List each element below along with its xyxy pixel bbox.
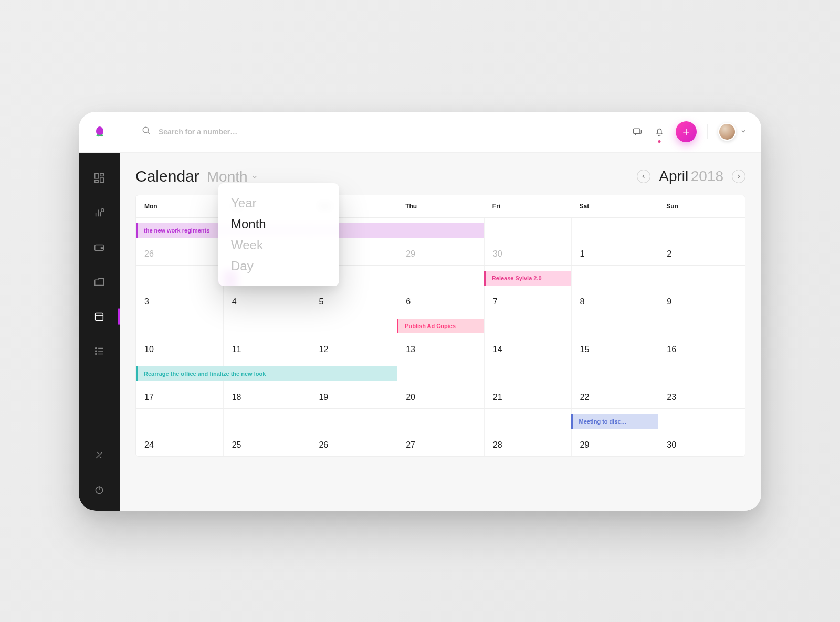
calendar-day-cell[interactable]: 11 bbox=[223, 313, 310, 361]
day-number: 30 bbox=[493, 249, 502, 259]
sidebar-item-power[interactable] bbox=[79, 474, 120, 505]
calendar-day-cell[interactable]: 21 bbox=[484, 361, 571, 408]
calendar-day-cell[interactable]: 12 bbox=[310, 313, 397, 361]
day-number: 19 bbox=[319, 393, 328, 402]
calendar-day-cell[interactable]: 6 bbox=[397, 266, 484, 313]
day-number: 29 bbox=[406, 249, 415, 259]
day-number: 7 bbox=[493, 297, 498, 307]
view-option[interactable]: Week bbox=[218, 235, 339, 256]
plus-icon: ＋ bbox=[680, 124, 692, 140]
calendar-day-cell[interactable]: 30 bbox=[658, 409, 745, 456]
messages-icon[interactable] bbox=[632, 126, 643, 138]
sidebar-item-analytics[interactable] bbox=[79, 197, 120, 228]
chevron-down-icon bbox=[251, 173, 258, 181]
view-option[interactable]: Month bbox=[218, 214, 339, 235]
day-number: 27 bbox=[406, 440, 415, 450]
day-number: 20 bbox=[406, 393, 415, 402]
weekday-label: Thu bbox=[397, 195, 484, 217]
weekday-label: Mon bbox=[136, 195, 223, 217]
calendar-day-cell[interactable]: 24 bbox=[136, 409, 223, 456]
next-month-button[interactable] bbox=[732, 170, 746, 183]
day-number: 6 bbox=[406, 297, 411, 307]
sidebar-item-files[interactable] bbox=[79, 266, 120, 298]
day-number: 15 bbox=[580, 345, 590, 354]
day-number: 21 bbox=[493, 393, 502, 402]
calendar-event[interactable]: Meeting to disc… bbox=[571, 414, 658, 429]
calendar-day-cell[interactable]: 1 bbox=[571, 218, 658, 265]
search-icon bbox=[142, 126, 151, 138]
separator bbox=[707, 124, 708, 139]
day-number: 11 bbox=[232, 345, 242, 354]
calendar-week: 10111213141516Publish Ad Copies bbox=[136, 313, 745, 361]
svg-rect-3 bbox=[634, 129, 640, 133]
day-number: 26 bbox=[144, 249, 154, 259]
avatar bbox=[718, 123, 736, 141]
calendar-day-cell[interactable]: 23 bbox=[658, 361, 745, 408]
view-option[interactable]: Day bbox=[218, 256, 339, 277]
search-input[interactable] bbox=[159, 128, 472, 136]
day-number: 4 bbox=[232, 297, 237, 307]
calendar-day-cell[interactable]: 16 bbox=[658, 313, 745, 361]
calendar-day-cell[interactable]: 22 bbox=[571, 361, 658, 408]
calendar-day-cell[interactable]: 20 bbox=[397, 361, 484, 408]
svg-rect-13 bbox=[96, 313, 103, 320]
day-number: 10 bbox=[144, 345, 154, 354]
calendar-day-cell[interactable]: 25 bbox=[223, 409, 310, 456]
day-number: 14 bbox=[493, 345, 502, 354]
month-year-label: April 2018 bbox=[659, 168, 723, 185]
day-number: 13 bbox=[406, 345, 415, 354]
calendar-event[interactable]: Release Sylvia 2.0 bbox=[484, 271, 571, 286]
sidebar-item-tasks[interactable] bbox=[79, 335, 120, 367]
svg-rect-4 bbox=[95, 173, 98, 178]
day-number: 26 bbox=[319, 440, 328, 450]
sidebar-item-settings[interactable] bbox=[79, 439, 120, 471]
day-number: 18 bbox=[232, 393, 242, 402]
notifications-icon[interactable] bbox=[654, 126, 665, 138]
add-button[interactable]: ＋ bbox=[676, 121, 697, 142]
view-dropdown[interactable]: YearMonthWeekDay bbox=[218, 183, 339, 286]
prev-month-button[interactable] bbox=[637, 170, 650, 183]
day-number: 30 bbox=[667, 440, 676, 450]
calendar-day-cell[interactable]: 8 bbox=[571, 266, 658, 313]
calendar-event[interactable]: Rearrage the office and finalize the new… bbox=[136, 366, 397, 381]
day-number: 17 bbox=[144, 393, 154, 402]
sidebar-item-wallet[interactable] bbox=[79, 231, 120, 263]
svg-point-1 bbox=[143, 127, 149, 133]
chevron-right-icon bbox=[736, 174, 741, 179]
calendar-day-cell[interactable]: 14 bbox=[484, 313, 571, 361]
calendar-day-cell[interactable]: 27 bbox=[397, 409, 484, 456]
weekday-label: Fri bbox=[484, 195, 571, 217]
view-selector-label: Month bbox=[207, 168, 248, 185]
search-field[interactable] bbox=[142, 121, 472, 143]
calendar-day-cell[interactable]: 3 bbox=[136, 266, 223, 313]
day-number: 2 bbox=[667, 249, 671, 259]
day-number: 3 bbox=[144, 297, 149, 307]
day-number: 29 bbox=[580, 440, 590, 450]
calendar-day-cell[interactable]: 9 bbox=[658, 266, 745, 313]
view-selector[interactable]: Month bbox=[207, 168, 258, 185]
calendar-day-cell[interactable]: 26 bbox=[310, 409, 397, 456]
svg-point-15 bbox=[96, 347, 97, 349]
weekday-label: Sun bbox=[658, 195, 745, 217]
calendar-event[interactable]: Publish Ad Copies bbox=[397, 319, 484, 333]
year-label: 2018 bbox=[691, 168, 723, 184]
view-option[interactable]: Year bbox=[218, 193, 339, 214]
sidebar-item-calendar[interactable] bbox=[79, 301, 120, 332]
month-label: April bbox=[659, 168, 688, 184]
calendar-day-cell[interactable]: 15 bbox=[571, 313, 658, 361]
svg-rect-12 bbox=[95, 245, 104, 250]
body: Calendar Month April 2018 bbox=[79, 153, 761, 511]
calendar-day-cell[interactable]: 30 bbox=[484, 218, 571, 265]
day-number: 22 bbox=[580, 393, 590, 402]
day-number: 24 bbox=[144, 440, 154, 450]
user-menu[interactable] bbox=[718, 123, 747, 141]
page-title: Calendar bbox=[135, 167, 200, 185]
calendar-day-cell[interactable]: 10 bbox=[136, 313, 223, 361]
day-number: 12 bbox=[319, 345, 328, 354]
notification-dot bbox=[658, 140, 661, 143]
svg-point-11 bbox=[101, 208, 104, 212]
calendar-day-cell[interactable]: 28 bbox=[484, 409, 571, 456]
sidebar-item-dashboard[interactable] bbox=[79, 162, 120, 194]
calendar-day-cell[interactable]: 2 bbox=[658, 218, 745, 265]
day-number: 23 bbox=[667, 393, 676, 402]
